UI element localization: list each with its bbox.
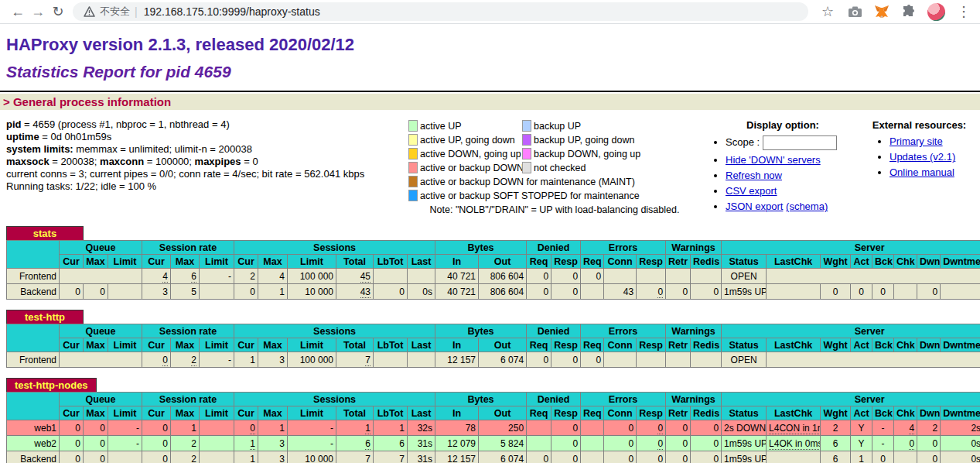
stat-cell — [767, 269, 980, 284]
stat-cell: 40 721 — [435, 269, 479, 284]
stat-cell: 0 — [142, 352, 171, 368]
stat-cell: 0 — [637, 420, 666, 436]
page-title[interactable]: HAProxy version 2.1.3, released 2020/02/… — [6, 35, 974, 55]
external-resources-title: External resources: — [865, 119, 974, 131]
external-resource-link[interactable]: Primary site — [890, 135, 943, 147]
proxy-name: test-http-nodes — [6, 378, 97, 392]
stat-cell: 0 — [60, 436, 84, 451]
kebab-menu-icon[interactable]: ⋮ — [955, 3, 972, 20]
metamask-fox-icon[interactable] — [873, 3, 890, 20]
url-bar[interactable]: 不安全 | 192.168.175.10:9999/haproxy-status — [73, 2, 808, 21]
stat-cell: 1 — [234, 451, 258, 463]
display-option-item: Hide 'DOWN' servers — [726, 154, 865, 166]
column-header: Conn — [604, 255, 637, 269]
column-header: Dwn — [917, 406, 941, 420]
bookmark-star-icon[interactable]: ☆ — [819, 3, 836, 20]
stat-cell — [527, 420, 551, 436]
column-header: Limit — [200, 406, 234, 420]
column-header: Last — [408, 255, 435, 269]
extensions-puzzle-icon[interactable] — [900, 3, 917, 20]
stat-cell: - — [288, 420, 336, 436]
column-header: Limit — [108, 255, 142, 269]
camera-extension-icon[interactable] — [846, 3, 863, 20]
stat-cell — [374, 352, 408, 368]
legend-swatch-icon — [408, 190, 418, 201]
column-header: Resp — [551, 255, 581, 269]
row-name: web2 — [7, 436, 60, 451]
column-group-header: Sessions — [234, 393, 435, 406]
column-group-header: Warnings — [666, 324, 722, 338]
column-header: Act — [851, 255, 872, 269]
external-resource-link[interactable]: Updates (v2.1) — [890, 151, 955, 163]
stat-cell: 0 — [917, 451, 941, 463]
stat-cell: L4OK in 0ms — [767, 436, 821, 451]
legend-label: active or backup DOWN — [420, 163, 524, 173]
stat-cell: 6 — [821, 436, 851, 451]
column-group-header: Errors — [581, 241, 666, 255]
toolbar-right: ☆ — [816, 3, 972, 21]
stat-cell — [581, 436, 604, 451]
stat-cell: 2 — [171, 451, 200, 463]
stat-cell: 6 — [171, 269, 200, 284]
external-resource-link[interactable]: Online manual — [890, 166, 954, 178]
display-option-link[interactable]: Hide 'DOWN' servers — [726, 154, 821, 166]
column-group-header: Bytes — [435, 324, 527, 338]
column-header: Redis — [691, 255, 722, 269]
stat-cell — [108, 451, 142, 463]
column-header: Max — [171, 338, 200, 352]
column-header: Max — [171, 406, 200, 420]
process-info: pid = 4659 (process #1, nbproc = 1, nbth… — [6, 119, 408, 216]
legend-row: active UPbackup UP — [408, 119, 701, 133]
stat-cell: 0 — [666, 284, 691, 300]
url-text[interactable]: 192.168.175.10:9999/haproxy-status — [144, 5, 320, 18]
back-icon[interactable]: ← — [8, 2, 28, 22]
external-resources-list: Primary siteUpdates (v2.1)Online manual — [865, 135, 974, 178]
display-option-item: JSON export (schema) — [726, 201, 865, 212]
column-group-header: Denied — [527, 393, 581, 406]
stat-cell: 1 — [374, 420, 408, 436]
stat-cell: 5 824 — [479, 436, 527, 451]
stat-cell: 4 — [894, 420, 917, 436]
display-option-link[interactable]: CSV export — [726, 185, 777, 197]
column-group-header: Queue — [60, 324, 142, 338]
column-header: Max — [84, 338, 108, 352]
column-header: Limit — [288, 255, 336, 269]
display-option-link[interactable]: JSON export — [726, 201, 783, 212]
legend-item: active UP — [408, 121, 462, 132]
stat-cell: 0 — [637, 451, 666, 463]
stat-cell — [767, 352, 980, 368]
legend-label: active or backup SOFT STOPPED for mainte… — [420, 190, 640, 201]
display-option-link[interactable]: Refresh now — [726, 170, 782, 181]
column-header: Max — [84, 406, 108, 420]
column-header: Cur — [234, 406, 258, 420]
column-header: Resp — [551, 338, 581, 352]
schema-link[interactable]: (schema) — [786, 201, 828, 212]
column-group-header: Errors — [581, 324, 666, 338]
process-info-line: current conns = 3; current pipes = 0/0; … — [6, 169, 408, 180]
stat-cell: 0 — [604, 451, 637, 463]
column-group-header: Server — [722, 324, 980, 338]
forward-icon[interactable]: → — [28, 2, 48, 22]
stat-cell — [60, 269, 142, 284]
column-group-header: Denied — [527, 324, 581, 338]
column-header: Resp — [637, 338, 666, 352]
profile-avatar[interactable] — [927, 3, 945, 21]
column-group-header: Queue — [60, 393, 142, 406]
legend-swatch-icon — [408, 134, 418, 146]
column-header: Max — [258, 406, 288, 420]
column-group-header: Errors — [581, 393, 666, 406]
column-header: Req — [581, 338, 604, 352]
stat-cell: 0 — [872, 451, 894, 463]
stat-cell: 0 — [604, 420, 637, 436]
column-header: Cur — [234, 255, 258, 269]
url-separator: | — [135, 5, 138, 18]
column-header: Bck — [872, 255, 894, 269]
legend-item: active or backup SOFT STOPPED for mainte… — [408, 190, 640, 201]
legend-item: active or backup DOWN — [408, 163, 524, 173]
reload-icon[interactable]: ↻ — [48, 2, 68, 22]
scope-input[interactable] — [763, 135, 837, 150]
stat-cell: 3 — [142, 284, 171, 300]
stat-cell: 31s — [408, 451, 435, 463]
column-header: Max — [258, 338, 288, 352]
legend-row: active or backup DOWNnot checked — [408, 161, 701, 175]
